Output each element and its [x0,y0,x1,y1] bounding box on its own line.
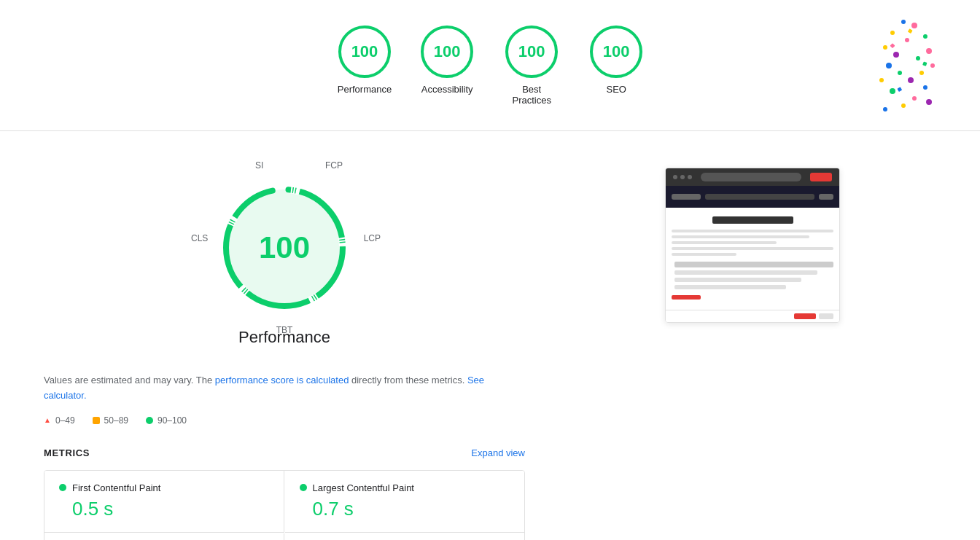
metrics-title: METRICS [44,447,90,458]
performance-score-link[interactable]: performance score is calculated [215,375,349,386]
svg-point-20 [883,107,887,111]
score-accessibility: 100 Accessibility [421,26,473,95]
metric-card-cls: Cumulative Layout Shift 0.002 [285,533,525,540]
svg-rect-22 [890,43,895,48]
gauge-label-fcp: FCP [325,160,343,171]
svg-point-4 [926,48,932,54]
metric-card-lcp: Largest Contentful Paint 0.7 s [285,471,525,533]
browser-dot-3 [688,175,692,179]
metric-value-fcp: 0.5 s [59,498,269,520]
metric-name-fcp: First Contentful Paint [72,482,160,493]
svg-point-7 [893,52,899,58]
svg-point-2 [923,34,928,39]
expand-view-button[interactable]: Expand view [471,447,525,458]
info-middle: directly from these metrics. [349,375,467,386]
info-text: Values are estimated and may vary. The p… [44,373,525,404]
screenshot-content [666,208,839,310]
metric-dot-lcp [300,484,307,491]
confetti-decoration [878,15,936,117]
svg-point-5 [883,45,887,50]
svg-point-14 [879,78,884,82]
gauge-center-value: 100 [259,230,310,265]
browser-dot-1 [673,175,677,179]
score-circle-best-practices: 100 [505,26,558,78]
score-value-best-practices: 100 [518,42,545,61]
metric-name-row-fcp: First Contentful Paint [59,482,269,493]
svg-point-8 [905,38,909,42]
ss-line-1 [672,230,833,232]
svg-point-0 [911,23,917,28]
top-scores-section: 100 Performance 100 Accessibility 100 Be… [0,0,980,131]
svg-rect-23 [922,61,927,66]
legend: ▲ 0–49 50–89 90–100 [44,415,525,426]
svg-point-6 [916,56,920,60]
svg-point-12 [930,63,935,68]
svg-point-13 [908,77,914,83]
svg-point-17 [912,96,917,101]
browser-dot-2 [680,175,685,179]
score-label-seo: SEO [606,84,626,95]
pass-icon [146,417,153,424]
score-circle-performance: 100 [338,26,391,78]
svg-point-1 [890,31,895,35]
gauge-label-si: SI [255,160,263,171]
score-circle-seo: 100 [590,26,642,78]
fail-icon: ▲ [44,416,51,424]
score-circle-accessibility: 100 [421,26,473,78]
screenshot-preview [665,168,840,323]
metrics-header: METRICS Expand view [44,447,525,458]
metric-card-fcp: First Contentful Paint 0.5 s [44,471,284,533]
svg-point-19 [926,99,932,105]
ss-line-5 [672,253,736,256]
score-label-performance: Performance [338,84,392,95]
metric-name-row-lcp: Largest Contentful Paint [300,482,510,493]
svg-rect-21 [908,28,913,34]
svg-point-11 [898,71,902,75]
svg-rect-24 [897,87,902,92]
ss-line-2 [672,235,809,238]
legend-fail: ▲ 0–49 [44,415,75,426]
score-value-seo: 100 [603,42,630,61]
score-label-accessibility: Accessibility [421,84,473,95]
main-content: SI FCP CLS LCP TBT [0,131,980,540]
svg-point-18 [901,103,906,108]
metric-value-lcp: 0.7 s [300,498,510,520]
ss-line-4 [672,247,833,250]
metric-card-tbt: Total Blocking Time 0 ms [44,533,284,540]
score-best-practices: 100 Best Practices [502,26,561,106]
ss-red-bar [672,295,701,300]
screenshot-dark-bar [666,186,839,208]
gauge-wrapper: SI FCP CLS LCP TBT [44,153,525,359]
svg-point-15 [923,85,928,90]
metric-name-lcp: Largest Contentful Paint [313,482,414,493]
right-panel [569,153,936,540]
metric-dot-fcp [59,484,66,491]
legend-fail-range: 0–49 [55,415,75,426]
svg-point-3 [901,20,906,24]
ss-line-3 [672,241,777,244]
gauge-label-tbt: TBT [276,325,293,335]
avg-icon [93,417,100,424]
legend-pass: 90–100 [146,415,187,426]
score-label-best-practices: Best Practices [502,84,561,106]
screenshot-body [666,186,839,310]
legend-pass-range: 90–100 [158,415,187,426]
legend-avg-range: 50–89 [104,415,128,426]
left-panel: SI FCP CLS LCP TBT [44,153,525,540]
svg-point-9 [886,63,892,69]
score-value-accessibility: 100 [434,42,461,61]
svg-point-10 [919,71,924,75]
score-performance: 100 Performance [338,26,392,95]
gauge-container: SI FCP CLS LCP TBT [211,175,357,321]
info-prefix: Values are estimated and may vary. The [44,375,215,386]
score-seo: 100 SEO [590,26,642,95]
score-value-performance: 100 [351,42,378,61]
legend-avg: 50–89 [93,415,128,426]
scores-row: 100 Performance 100 Accessibility 100 Be… [338,26,642,106]
gauge-label-cls: CLS [191,233,208,243]
screenshot-browser-chrome [666,168,839,186]
svg-point-16 [890,88,895,94]
metrics-grid: First Contentful Paint 0.5 s Largest Con… [44,470,525,540]
gauge-label-lcp: LCP [364,233,381,243]
